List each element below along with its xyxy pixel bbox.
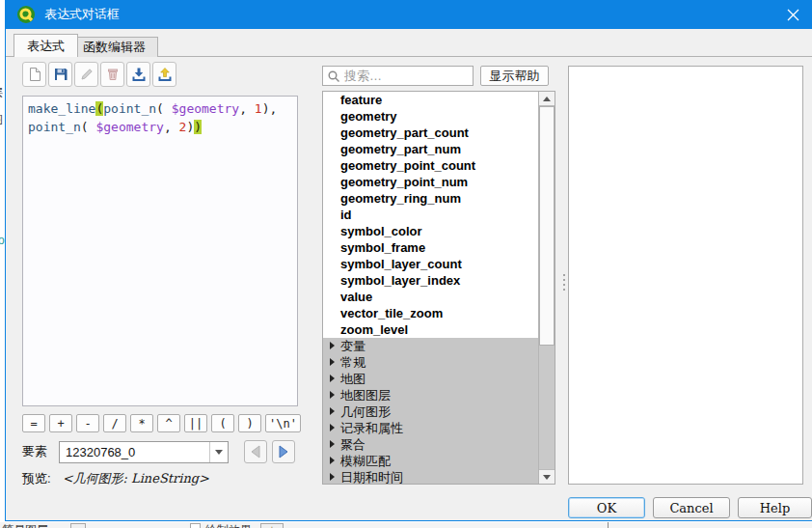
- expand-arrow-icon: [330, 375, 335, 382]
- function-item[interactable]: symbol_layer_count: [323, 256, 538, 272]
- feature-label: 要素: [22, 443, 59, 460]
- function-item[interactable]: geometry_point_count: [323, 157, 538, 174]
- export-expressions-button[interactable]: [152, 62, 176, 87]
- delete-expression-button[interactable]: [100, 62, 124, 87]
- preview-row: 预览: <几何图形: LineString>: [22, 470, 209, 487]
- function-group[interactable]: 聚合: [323, 436, 538, 453]
- function-group-label: 变量: [340, 339, 365, 353]
- expand-arrow-icon: [330, 457, 335, 464]
- function-group[interactable]: 变量: [323, 338, 538, 354]
- expression-editor[interactable]: make_line(point_n( $geometry, 1),point_n…: [22, 96, 298, 406]
- function-group-label: 记录和属性: [340, 421, 403, 435]
- code-line: make_line(point_n( $geometry, 1),: [28, 99, 292, 118]
- new-expression-button[interactable]: [22, 62, 46, 87]
- next-feature-button[interactable]: [272, 440, 295, 463]
- chevron-down-icon: [215, 450, 223, 455]
- panel-splitter-handle[interactable]: [561, 263, 566, 301]
- trash-icon: [105, 67, 121, 82]
- code-token: ,: [239, 101, 255, 116]
- function-item[interactable]: feature: [323, 92, 538, 108]
- code-token: $geometry: [95, 120, 163, 134]
- code-token: make_line: [28, 101, 95, 116]
- edit-expression-button[interactable]: [74, 62, 98, 87]
- save-icon: [53, 67, 68, 82]
- operator-button[interactable]: '\n': [265, 414, 301, 432]
- operator-button[interactable]: *: [130, 414, 153, 432]
- code-token: (: [156, 101, 172, 116]
- combobox-dropdown[interactable]: [209, 442, 228, 462]
- scroll-up-icon: [543, 97, 551, 101]
- background-bottom-strip: 简易图层 绘制效果 ★: [0, 522, 812, 528]
- qgis-logo-icon: [16, 5, 36, 24]
- search-box[interactable]: [322, 66, 474, 86]
- tab-expression[interactable]: 表达式: [14, 34, 78, 57]
- expand-arrow-icon: [330, 424, 335, 431]
- cancel-button[interactable]: Cancel: [653, 497, 730, 518]
- function-item[interactable]: vector_tile_zoom: [323, 305, 538, 321]
- import-expressions-button[interactable]: [126, 62, 150, 87]
- function-item[interactable]: zoom_level: [323, 321, 538, 338]
- operator-button[interactable]: (: [211, 414, 234, 432]
- export-upload-icon: [157, 67, 173, 82]
- save-expression-button[interactable]: [48, 62, 72, 87]
- scroll-up-button[interactable]: [539, 92, 555, 106]
- search-input[interactable]: [344, 69, 460, 83]
- function-help-panel: [568, 66, 803, 485]
- background-draw-effects-label: 绘制效果: [205, 522, 252, 528]
- function-item[interactable]: geometry_ring_num: [323, 190, 538, 207]
- function-group-label: 日期和时间: [340, 470, 403, 485]
- preview-label: 预览:: [22, 470, 51, 487]
- edit-pencil-icon: [79, 67, 95, 82]
- dialog-title: 表达式对话框: [44, 6, 120, 23]
- code-line: point_n( $geometry, 2)): [28, 118, 292, 136]
- function-item[interactable]: geometry_part_num: [323, 141, 538, 157]
- tab-function-editor-label: 函数编辑器: [83, 39, 146, 56]
- function-list[interactable]: featuregeometrygeometry_part_countgeomet…: [322, 91, 555, 485]
- function-item[interactable]: geometry_part_count: [323, 125, 538, 141]
- function-group[interactable]: 常规: [323, 354, 538, 371]
- expand-arrow-icon: [330, 358, 335, 366]
- operator-button[interactable]: ||: [184, 414, 207, 432]
- code-token: 1: [255, 101, 262, 116]
- favorite-star-icon: ★: [260, 523, 284, 528]
- function-item[interactable]: value: [323, 289, 538, 305]
- function-group[interactable]: 日期和时间: [323, 469, 538, 485]
- function-item[interactable]: id: [323, 207, 538, 223]
- operator-button[interactable]: +: [49, 414, 72, 432]
- function-item[interactable]: symbol_frame: [323, 239, 538, 256]
- function-item[interactable]: geometry: [323, 108, 538, 125]
- operator-button[interactable]: ): [238, 414, 261, 432]
- preview-value: <几何图形: LineString>: [63, 470, 209, 487]
- operator-buttons: =+-/*^||()'\n': [22, 414, 301, 432]
- function-group-label: 常规: [340, 355, 365, 370]
- feature-value: 12320768_0: [60, 445, 209, 459]
- code-token: $geometry: [172, 101, 239, 116]
- show-help-button[interactable]: 显示帮助: [480, 66, 549, 86]
- previous-feature-button[interactable]: [244, 440, 267, 463]
- background-text-fragment: 层: [0, 85, 3, 101]
- function-item[interactable]: geometry_point_num: [323, 174, 538, 190]
- screen: 层 图 o 简易图层 绘制效果 ★ 表达式对话框 表达式 函数编: [0, 0, 812, 528]
- operator-button[interactable]: -: [76, 414, 99, 432]
- operator-button[interactable]: ^: [157, 414, 180, 432]
- function-group-label: 地图: [340, 372, 365, 386]
- function-group[interactable]: 几何图形: [323, 403, 538, 420]
- ok-button[interactable]: OK: [568, 497, 645, 518]
- feature-combobox[interactable]: 12320768_0: [59, 441, 229, 463]
- operator-button[interactable]: =: [22, 414, 45, 432]
- code-token: ): [194, 120, 202, 134]
- scroll-down-button[interactable]: [539, 469, 555, 484]
- function-list-scrollbar[interactable]: [538, 92, 555, 484]
- function-group[interactable]: 记录和属性: [323, 420, 538, 436]
- function-group[interactable]: 地图: [323, 371, 538, 387]
- function-item[interactable]: symbol_layer_index: [323, 272, 538, 289]
- scrollbar-thumb[interactable]: [539, 106, 555, 346]
- tab-function-editor[interactable]: 函数编辑器: [70, 37, 158, 57]
- help-button[interactable]: Help: [738, 497, 812, 518]
- function-item[interactable]: symbol_color: [323, 223, 538, 239]
- operator-button[interactable]: /: [103, 414, 126, 432]
- function-group[interactable]: 模糊匹配: [323, 453, 538, 469]
- function-group[interactable]: 地图图层: [323, 387, 538, 403]
- expression-dialog: 表达式对话框 表达式 函数编辑器: [5, 0, 812, 521]
- close-button[interactable]: [775, 0, 810, 29]
